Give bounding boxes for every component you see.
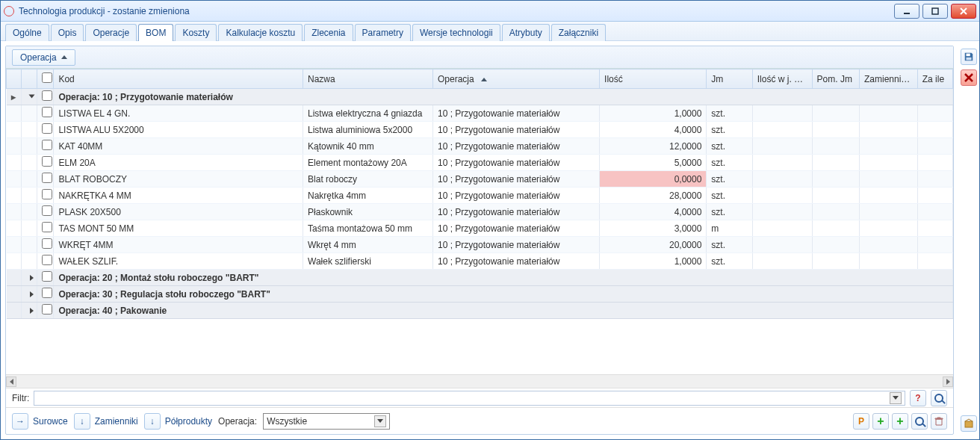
tool-search-button[interactable] xyxy=(911,413,928,430)
row-marker xyxy=(7,237,22,253)
table-row[interactable]: TAS MONT 50 MMTaśma montażowa 50 mm10 ; … xyxy=(7,220,953,237)
group-title: Operacja: 30 ; Regulacja stołu roboczego… xyxy=(54,286,953,303)
row-expand xyxy=(22,220,37,237)
scroll-left-button[interactable] xyxy=(6,377,16,387)
cell-jm: szt. xyxy=(707,155,752,171)
cell-empty xyxy=(752,237,812,253)
zamienniki-button[interactable]: ↓ Zamienniki xyxy=(74,413,138,430)
tab-bom[interactable]: BOM xyxy=(138,24,173,41)
table-row[interactable]: BLAT ROBOCZYBlat roboczy10 ; Przygotowan… xyxy=(7,171,953,188)
column-header-row: Kod Nazwa Operacja Ilość Jm Ilość w j. p… xyxy=(7,69,953,89)
tab-wersje-technologii[interactable]: Wersje technologii xyxy=(412,24,500,41)
row-checkbox[interactable] xyxy=(42,173,52,183)
row-checkbox[interactable] xyxy=(42,255,52,265)
col-ilosc-pom[interactable]: Ilość w j. pom. xyxy=(752,69,812,89)
tab-kalkulacje-kosztu[interactable]: Kalkulacje kosztu xyxy=(218,24,303,41)
cell-ilosc: 1,0000 xyxy=(600,105,707,122)
p-icon: P xyxy=(858,416,864,427)
table-row[interactable]: LISTWA EL 4 GN.Listwa elektryczna 4 gnia… xyxy=(7,105,953,122)
cell-operacja: 10 ; Przygotowanie materiałów xyxy=(433,105,600,122)
table-row[interactable]: WKRĘT 4MMWkręt 4 mm10 ; Przygotowanie ma… xyxy=(7,237,953,253)
group-checkbox[interactable] xyxy=(42,271,52,282)
table-row[interactable]: NAKRĘTKA 4 MMNakrętka 4mm10 ; Przygotowa… xyxy=(7,188,953,204)
scroll-right-button[interactable] xyxy=(943,377,953,387)
group-title: Operacja: 40 ; Pakowanie xyxy=(54,303,953,319)
table-row[interactable]: WAŁEK SZLIF.Wałek szlifierski10 ; Przygo… xyxy=(7,253,953,270)
tool-add-button[interactable]: + xyxy=(872,413,889,430)
tab-ogólne[interactable]: Ogólne xyxy=(5,24,49,41)
col-za-ile[interactable]: Za ile xyxy=(917,69,952,89)
col-operacja[interactable]: Operacja xyxy=(433,69,600,89)
group-row[interactable]: Operacja: 20 ; Montaż stołu roboczego "B… xyxy=(7,270,953,286)
row-checkbox[interactable] xyxy=(42,140,52,150)
cell-jm: szt. xyxy=(707,138,752,155)
col-nazwa[interactable]: Nazwa xyxy=(303,69,433,89)
cell-jm: szt. xyxy=(707,204,752,220)
maximize-button[interactable] xyxy=(922,4,948,19)
operacja-filter-combo[interactable]: Wszystkie xyxy=(263,413,390,430)
horizontal-scrollbar[interactable] xyxy=(6,374,953,388)
content: Operacja xyxy=(1,41,979,439)
row-checkbox[interactable] xyxy=(42,238,52,249)
cell-nazwa: Listwa aluminiowa 5x2000 xyxy=(303,122,433,138)
group-checkbox[interactable] xyxy=(42,304,52,314)
tab-operacje[interactable]: Operacje xyxy=(85,24,137,41)
cell-operacja: 10 ; Przygotowanie materiałów xyxy=(433,138,600,155)
col-select-all[interactable] xyxy=(37,69,54,89)
tab-koszty[interactable]: Koszty xyxy=(175,24,217,41)
table-row[interactable]: ELM 20AElement montażowy 20A10 ; Przygot… xyxy=(7,155,953,171)
filter-input[interactable] xyxy=(34,391,905,406)
polprodukty-button[interactable]: ↓ Półprodukty xyxy=(144,413,212,430)
filter-help-button[interactable]: ? xyxy=(910,390,926,406)
tab-atrybuty[interactable]: Atrybuty xyxy=(502,24,550,41)
row-checkbox[interactable] xyxy=(42,205,52,216)
row-checkbox[interactable] xyxy=(42,222,52,232)
surowce-button[interactable]: → Surowce xyxy=(12,413,68,430)
row-expand xyxy=(22,188,37,204)
filter-tool-button[interactable] xyxy=(931,390,947,406)
cell-jm: szt. xyxy=(707,122,752,138)
row-checkbox[interactable] xyxy=(42,189,52,199)
col-pom-jm[interactable]: Pom. Jm xyxy=(812,69,859,89)
cell-empty xyxy=(917,204,952,220)
close-button[interactable] xyxy=(951,4,976,19)
cancel-button[interactable] xyxy=(961,69,977,86)
select-all-checkbox[interactable] xyxy=(42,72,52,83)
col-kod[interactable]: Kod xyxy=(54,69,303,89)
group-checkbox[interactable] xyxy=(42,288,52,298)
tab-parametry[interactable]: Parametry xyxy=(355,24,411,41)
filter-dropdown-button[interactable] xyxy=(890,392,902,404)
table-row[interactable]: KAT 40MMKątownik 40 mm10 ; Przygotowanie… xyxy=(7,138,953,155)
table-row[interactable]: PLASK 20X500Płaskownik10 ; Przygotowanie… xyxy=(7,204,953,220)
tab-opis[interactable]: Opis xyxy=(51,24,84,41)
cell-ilosc: 3,0000 xyxy=(600,220,707,237)
col-jm[interactable]: Jm xyxy=(707,69,752,89)
plus-icon: + xyxy=(877,416,884,427)
expand-icon[interactable] xyxy=(26,273,37,283)
group-checkbox[interactable] xyxy=(42,90,52,101)
tool-add-alt-button[interactable]: + xyxy=(892,413,908,430)
tool-print-button[interactable]: P xyxy=(853,413,869,430)
tab-zlecenia[interactable]: Zlecenia xyxy=(304,24,353,41)
cell-empty xyxy=(860,171,918,188)
expand-icon[interactable] xyxy=(26,289,37,300)
operacja-filter-dropdown[interactable] xyxy=(374,415,386,427)
side-tool-button[interactable] xyxy=(961,415,977,432)
group-row[interactable]: ▸Operacja: 10 ; Przygotowanie materiałów xyxy=(7,89,953,105)
col-ilosc[interactable]: Ilość xyxy=(600,69,707,89)
save-button[interactable] xyxy=(961,49,977,65)
expand-icon[interactable] xyxy=(26,306,37,316)
collapse-icon[interactable] xyxy=(26,92,37,102)
row-checkbox[interactable] xyxy=(42,123,52,134)
magnifier-icon xyxy=(915,417,924,426)
col-zamiennik[interactable]: Zamiennik do xyxy=(860,69,918,89)
group-row[interactable]: Operacja: 30 ; Regulacja stołu roboczego… xyxy=(7,286,953,303)
group-row[interactable]: Operacja: 40 ; Pakowanie xyxy=(7,303,953,319)
minimize-button[interactable] xyxy=(894,4,919,19)
row-checkbox[interactable] xyxy=(42,107,52,117)
tab-załączniki[interactable]: Załączniki xyxy=(551,24,606,41)
group-by-operacja-button[interactable]: Operacja xyxy=(12,49,75,66)
tool-delete-button[interactable] xyxy=(931,413,947,430)
row-checkbox[interactable] xyxy=(42,156,52,167)
table-row[interactable]: LISTWA ALU 5X2000Listwa aluminiowa 5x200… xyxy=(7,122,953,138)
